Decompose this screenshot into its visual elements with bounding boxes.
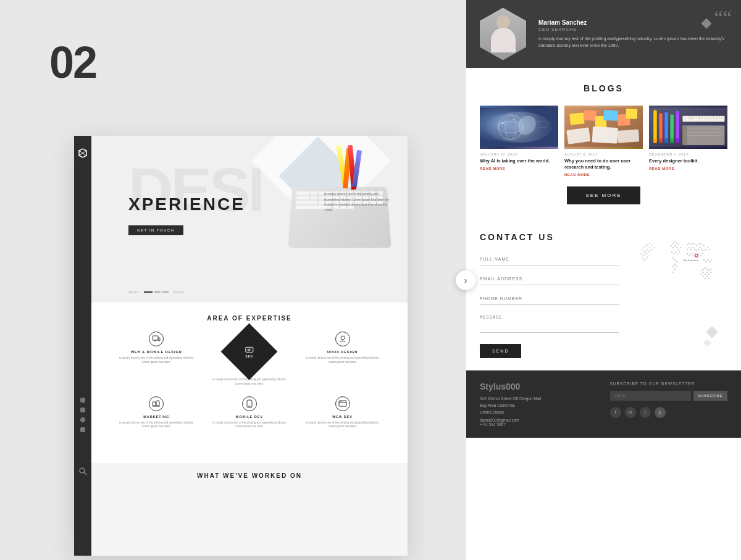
nav-prev-label[interactable]: PREV [174, 290, 185, 294]
svg-line-3 [84, 472, 86, 475]
blog-readmore-3[interactable]: READ MORE [649, 167, 727, 170]
phone-input[interactable] [480, 293, 619, 305]
svg-point-123 [690, 243, 692, 244]
svg-rect-51 [670, 138, 673, 143]
svg-point-104 [674, 244, 676, 246]
full-name-input[interactable] [480, 253, 619, 265]
newsletter-email-input[interactable] [610, 391, 691, 401]
hero-section: DESI [91, 136, 408, 303]
worked-section: WHAT WE'VE WORKED ON [91, 463, 408, 556]
blog-card-3[interactable]: DECEMBER 7, 2014 Every designer toolkit.… [649, 106, 727, 177]
svg-rect-53 [676, 111, 679, 141]
hero-bg-text: DESI [128, 154, 262, 225]
svg-point-76 [645, 244, 647, 246]
svg-point-120 [672, 271, 674, 272]
svg-point-92 [653, 246, 655, 248]
svg-rect-38 [592, 127, 618, 144]
nav-dot-3 [162, 291, 169, 293]
svg-rect-41 [653, 111, 656, 141]
see-more-button[interactable]: SEE MORE [567, 186, 640, 204]
svg-rect-44 [659, 113, 662, 141]
svg-point-153 [703, 259, 705, 260]
svg-point-126 [696, 244, 697, 246]
svg-point-142 [707, 246, 708, 248]
svg-point-114 [674, 259, 676, 260]
subscribe-button[interactable]: SUBSCRIBE [693, 391, 727, 401]
svg-point-26 [519, 125, 520, 126]
svg-point-10 [341, 336, 345, 340]
send-button[interactable]: SEND [480, 344, 521, 358]
footer-email[interactable]: stylos000@gmail.com [480, 418, 598, 422]
svg-text:San Francisco: San Francisco [683, 259, 699, 262]
svg-point-99 [674, 240, 676, 241]
svg-point-160 [705, 267, 706, 268]
testimonial-text: is simply dummy test of the printing and… [538, 35, 727, 49]
svg-point-102 [671, 244, 672, 246]
svg-point-143 [709, 248, 710, 249]
svg-point-96 [647, 256, 648, 257]
sidebar-search-icon[interactable] [78, 467, 87, 475]
svg-point-132 [689, 246, 690, 248]
svg-rect-20 [480, 107, 558, 147]
svg-point-79 [642, 248, 643, 249]
svg-point-162 [708, 269, 710, 270]
svg-point-78 [649, 242, 650, 243]
right-panel: Mariam Sanchez CEO SEARCHE is simply dum… [466, 0, 741, 560]
svg-point-140 [703, 249, 705, 251]
svg-point-135 [694, 248, 695, 249]
blog-readmore-2[interactable]: READ MORE [564, 173, 643, 177]
social-pinterest-icon[interactable]: p [655, 407, 666, 418]
svg-rect-11 [153, 402, 156, 406]
get-in-touch-button[interactable]: GET IN TOUCH [128, 225, 183, 235]
social-facebook-icon[interactable]: f [610, 407, 621, 418]
blog-image-3 [649, 106, 727, 149]
svg-point-85 [640, 253, 642, 254]
svg-point-116 [674, 263, 676, 264]
nav-next-label[interactable]: NEXT [128, 290, 139, 294]
svg-rect-4 [153, 336, 158, 340]
svg-point-131 [687, 248, 688, 249]
footer-address-line2: Bay Area California, [480, 402, 598, 409]
testimonial-name: Mariam Sanchez [538, 19, 727, 26]
svg-point-115 [676, 261, 677, 262]
svg-point-152 [701, 253, 703, 254]
expertise-item-seo: SEO is simply dummy text of the printing… [212, 332, 287, 387]
social-twitter-icon[interactable]: t [640, 407, 651, 418]
svg-point-108 [671, 251, 672, 252]
svg-point-21 [498, 115, 523, 140]
nav-dots [144, 291, 169, 293]
social-linkedin-icon[interactable]: in [625, 407, 636, 418]
expertise-name-web: WEB & MOBILE DESIGN [119, 350, 193, 354]
message-input[interactable] [480, 311, 619, 333]
svg-point-103 [672, 246, 674, 248]
contact-map: San Francisco [629, 232, 727, 358]
svg-point-173 [708, 277, 710, 278]
svg-rect-45 [659, 138, 662, 143]
svg-point-151 [700, 254, 701, 256]
svg-point-2 [80, 468, 85, 473]
svg-point-166 [705, 273, 706, 274]
svg-point-91 [651, 248, 653, 249]
footer-logo: Stylus000 [480, 382, 598, 391]
svg-point-93 [642, 257, 643, 258]
svg-point-133 [690, 248, 692, 249]
avatar [480, 8, 526, 61]
blog-card-2[interactable]: AUGUST 6, 2017 Why you need to do user u… [564, 106, 643, 177]
webdev-icon [335, 396, 350, 411]
footer-newsletter: SUBSCRIBE TO OUR NEWSLETTER SUBSCRIBE f … [610, 382, 728, 427]
svg-point-110 [675, 251, 676, 252]
svg-rect-54 [676, 138, 679, 143]
email-input[interactable] [480, 273, 619, 285]
testimonial-content: Mariam Sanchez CEO SEARCHE is simply dum… [538, 19, 727, 49]
blog-card-1[interactable]: JANUARY 27, 2015 Why AI is taking over t… [480, 106, 558, 177]
blog-title-1: Why AI is taking over the world. [480, 158, 558, 164]
blog-readmore-1[interactable]: READ MORE [480, 167, 558, 170]
blogs-title: BLOGS [480, 83, 727, 93]
svg-point-118 [676, 265, 677, 266]
svg-point-148 [694, 253, 695, 254]
expertise-item-marketing: MARKETING is simply dummy text of the pr… [119, 396, 193, 430]
scroll-right-button[interactable]: › [456, 270, 475, 290]
svg-point-89 [648, 251, 649, 252]
quote-icon: ““ [714, 6, 732, 29]
sidebar-social [80, 398, 85, 432]
